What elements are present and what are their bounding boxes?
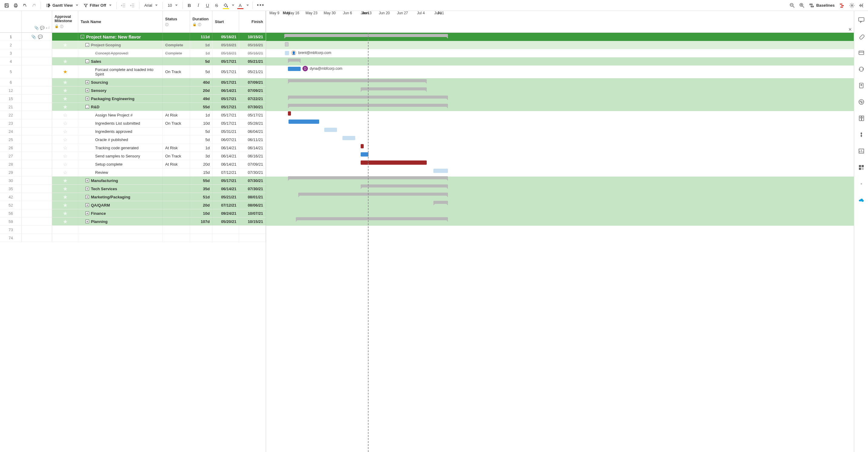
star-icon[interactable]: ☆: [63, 170, 67, 175]
task-row[interactable]: 2★-Project ScopingComplete1d05/16/2105/1…: [0, 41, 266, 49]
gantt-bar[interactable]: [324, 128, 337, 132]
star-icon[interactable]: ★: [63, 104, 67, 110]
start-cell[interactable]: 06/07/21: [213, 136, 239, 143]
caret-icon[interactable]: [246, 4, 249, 6]
duration-column-header[interactable]: Duration 🔒 ⓘ: [190, 11, 213, 32]
row-number[interactable]: 21: [0, 103, 22, 111]
task-name-cell[interactable]: +Tech Services: [78, 185, 163, 193]
finish-cell[interactable]: 07/30/21: [239, 185, 266, 193]
status-cell[interactable]: Complete: [163, 49, 190, 57]
start-cell[interactable]: 05/16/21: [213, 49, 239, 57]
approval-cell[interactable]: ★: [52, 209, 78, 217]
collapse-panel-button[interactable]: [857, 1, 866, 10]
task-name-cell[interactable]: +Packaging Engineering: [78, 95, 163, 103]
status-cell[interactable]: [163, 128, 190, 135]
approval-cell[interactable]: ☆: [52, 111, 78, 119]
task-row[interactable]: 35★+Tech Services35d06/14/2107/30/21: [0, 185, 266, 193]
task-name-cell[interactable]: Setup complete: [78, 160, 163, 168]
task-row[interactable]: 26☆Tracking code generatedAt Risk1d06/14…: [0, 144, 266, 152]
approval-cell[interactable]: ★: [52, 185, 78, 193]
finish-cell[interactable]: 07/22/21: [239, 95, 266, 103]
duration-cell[interactable]: 1d: [190, 144, 213, 152]
finish-cell[interactable]: 07/30/21: [239, 168, 266, 176]
update-requests-button[interactable]: [857, 65, 866, 74]
approval-cell[interactable]: ★: [52, 57, 78, 65]
duration-cell[interactable]: 40d: [190, 78, 213, 86]
gantt-bar[interactable]: [288, 59, 301, 62]
duration-cell[interactable]: 55d: [190, 103, 213, 111]
baselines-button[interactable]: Baselines: [807, 1, 837, 10]
duration-cell[interactable]: 35d: [190, 185, 213, 193]
task-row[interactable]: 52★+QA/QARM20d07/12/2108/06/21: [0, 201, 266, 209]
print-button[interactable]: [11, 1, 20, 10]
expand-toggle[interactable]: +: [86, 187, 89, 191]
task-row[interactable]: 15★+Packaging Engineering49d05/17/2107/2…: [0, 95, 266, 103]
approval-cell[interactable]: ☆: [52, 144, 78, 152]
gantt-milestone[interactable]: [285, 42, 288, 47]
row-number[interactable]: 28: [0, 160, 22, 168]
status-cell[interactable]: [163, 95, 190, 103]
status-cell[interactable]: [163, 234, 190, 242]
duration-cell[interactable]: 20d: [190, 86, 213, 94]
gantt-bar[interactable]: [433, 169, 448, 173]
row-number[interactable]: 25: [0, 136, 22, 143]
finish-cell[interactable]: 05/16/21: [239, 49, 266, 57]
row-number[interactable]: 29: [0, 168, 22, 176]
approval-cell[interactable]: ☆: [52, 152, 78, 160]
duration-cell[interactable]: 3d: [190, 152, 213, 160]
task-name-cell[interactable]: +Finance: [78, 209, 163, 217]
finish-cell[interactable]: 05/28/21: [239, 119, 266, 127]
star-icon[interactable]: ★: [63, 80, 67, 85]
status-cell[interactable]: On Track: [163, 119, 190, 127]
gantt-bar[interactable]: [433, 201, 448, 204]
task-row[interactable]: 22☆Assign New Project #At Risk1d05/17/21…: [0, 111, 266, 119]
task-name-cell[interactable]: Assign New Project #: [78, 111, 163, 119]
underline-button[interactable]: U: [204, 1, 212, 10]
row-number[interactable]: 73: [0, 226, 22, 233]
task-row[interactable]: 27☆Send samples to SensoryOn Track3d06/1…: [0, 152, 266, 160]
approval-cell[interactable]: ★: [52, 201, 78, 209]
duration-cell[interactable]: 15d: [190, 168, 213, 176]
row-number[interactable]: 6: [0, 78, 22, 86]
duration-cell[interactable]: 5d: [190, 136, 213, 143]
finish-cell[interactable]: 05/17/21: [239, 111, 266, 119]
zoom-out-button[interactable]: [788, 1, 797, 10]
settings-button[interactable]: [847, 1, 857, 10]
status-cell[interactable]: At Risk: [163, 160, 190, 168]
task-row[interactable]: 5★Forcast complete and loaded into Spiri…: [0, 65, 266, 78]
finish-cell[interactable]: 07/09/21: [239, 86, 266, 94]
task-row[interactable]: 56★+Finance10d09/24/2110/07/21: [0, 209, 266, 218]
expand-toggle[interactable]: +: [86, 195, 89, 199]
activity-log-button[interactable]: [857, 98, 866, 106]
finish-cell[interactable]: 06/11/21: [239, 136, 266, 143]
task-row[interactable]: 21★-R&D55d05/17/2107/30/21: [0, 103, 266, 111]
summary-button[interactable]: [857, 114, 866, 122]
duration-cell[interactable]: 55d: [190, 176, 213, 185]
star-icon[interactable]: ★: [63, 178, 67, 183]
task-name-cell[interactable]: Send samples to Sensory: [78, 152, 163, 160]
start-cell[interactable]: 06/14/21: [213, 144, 239, 152]
star-icon[interactable]: ☆: [63, 137, 67, 143]
view-selector[interactable]: Gantt View: [43, 1, 81, 10]
task-row[interactable]: 23☆Ingredients List submittedOn Track10d…: [0, 119, 266, 128]
task-name-cell[interactable]: +Marketing/Packaging: [78, 193, 163, 201]
approval-cell[interactable]: ★: [52, 78, 78, 86]
task-row[interactable]: 59★+Planning107d05/20/2110/15/21: [0, 218, 266, 226]
row-number[interactable]: 3: [0, 49, 22, 57]
star-icon[interactable]: ★: [63, 69, 67, 75]
format-button[interactable]: [857, 163, 866, 172]
status-cell[interactable]: [163, 168, 190, 176]
start-cell[interactable]: [213, 234, 239, 242]
expand-toggle[interactable]: -: [81, 35, 84, 38]
gantt-bar[interactable]: [288, 119, 319, 124]
finish-column-header[interactable]: Finish: [239, 11, 266, 32]
finish-cell[interactable]: 06/14/21: [239, 144, 266, 152]
duration-cell[interactable]: 10d: [190, 119, 213, 127]
row-number[interactable]: 26: [0, 144, 22, 152]
gantt-bar[interactable]: [296, 217, 448, 220]
task-row[interactable]: 4★-Sales5d05/17/2105/21/21: [0, 57, 266, 65]
approval-cell[interactable]: ★: [52, 218, 78, 225]
task-row[interactable]: 28☆Setup completeAt Risk20d06/14/2107/09…: [0, 160, 266, 168]
approval-cell[interactable]: [52, 33, 78, 41]
row-number[interactable]: 4: [0, 57, 22, 65]
